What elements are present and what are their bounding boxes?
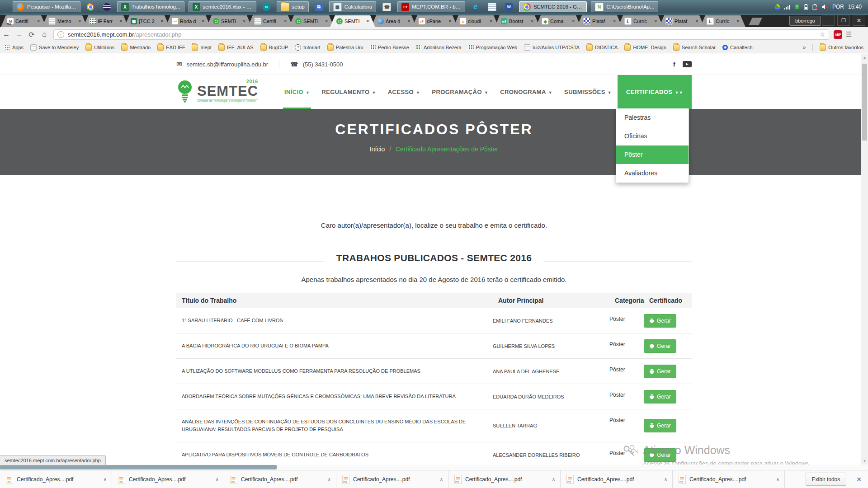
browser-tab[interactable]: cloudl (453, 15, 499, 27)
volume-muted-icon[interactable] (822, 4, 828, 9)
close-tab-icon[interactable] (37, 19, 40, 23)
dropdown-item[interactable]: Palestras (616, 108, 689, 127)
close-tab-icon[interactable] (654, 19, 657, 23)
breadcrumb-home[interactable]: Início (370, 145, 385, 153)
bookmark-item[interactable]: mept (192, 44, 211, 51)
power-icon[interactable] (794, 4, 800, 9)
browser-tab[interactable]: cPane (412, 15, 458, 27)
clock[interactable]: 15:40 (848, 4, 862, 10)
browser-tab[interactable]: Curríc (700, 15, 745, 27)
chevron-up-icon[interactable] (440, 477, 443, 482)
close-tab-icon[interactable] (571, 19, 575, 23)
close-tab-icon[interactable] (613, 19, 616, 23)
bookmark-item[interactable]: Adorilson Bezera (416, 45, 462, 50)
gerar-button[interactable]: Gerar (644, 314, 676, 328)
close-tab-icon[interactable] (201, 19, 205, 23)
vertical-scrollbar-thumb[interactable] (862, 64, 867, 141)
battery-icon[interactable] (804, 4, 808, 10)
close-tab-icon[interactable] (448, 19, 452, 23)
browser-tab[interactable]: Bootst (495, 15, 540, 27)
chevron-up-icon[interactable] (216, 477, 219, 482)
chevron-up-icon[interactable] (664, 477, 667, 482)
download-item[interactable]: Certificado_Apres....pdf (224, 470, 336, 488)
download-item[interactable]: Certificado_Apres....pdf (673, 470, 785, 488)
close-tab-icon[interactable] (366, 19, 369, 23)
dropdown-item[interactable]: Oficinas (616, 127, 689, 145)
horizontal-scrollbar[interactable] (0, 465, 868, 470)
taskbar-button[interactable]: Trabalhos homolog... (117, 1, 184, 12)
other-bookmarks[interactable]: Outros favoritos (820, 44, 863, 51)
taskbar-button[interactable] (260, 1, 273, 12)
bookmark-star-icon[interactable] (819, 31, 825, 38)
bookmark-item[interactable]: EAD IFF (157, 44, 185, 51)
taskbar-button[interactable]: Calculadora (329, 1, 376, 12)
browser-tab[interactable]: SEMTI (289, 15, 334, 27)
close-tab-icon[interactable] (160, 19, 164, 23)
close-tab-icon[interactable] (119, 19, 123, 23)
download-item[interactable]: Certificado_Apres....pdf (448, 470, 561, 488)
bookmark-item[interactable]: tutoriart (295, 44, 320, 51)
bookmarks-overflow-icon[interactable] (802, 44, 806, 51)
browser-tab[interactable]: Coma (536, 15, 581, 27)
youtube-icon[interactable] (683, 61, 692, 67)
browser-tab[interactable]: 70+ Certifi (1, 15, 46, 27)
chevron-up-icon[interactable] (328, 477, 331, 482)
gdrive-icon[interactable] (774, 4, 780, 9)
gerar-button[interactable]: Gerar (644, 419, 676, 432)
gerar-button[interactable]: Gerar (644, 390, 676, 404)
download-item[interactable]: Certificado_Apres....pdf (112, 470, 224, 488)
facebook-icon[interactable] (673, 61, 675, 68)
battery-error-icon[interactable] (812, 4, 818, 10)
minimize-icon[interactable] (822, 15, 835, 26)
bookmark-item[interactable]: Pedro Baesse (370, 45, 409, 50)
bookmark-item[interactable]: Programação Web (468, 45, 518, 50)
close-tab-icon[interactable] (407, 19, 410, 23)
close-tab-icon[interactable] (283, 19, 287, 23)
browser-tab[interactable]: Roda d (165, 15, 211, 27)
profile-name[interactable]: bborrego (789, 16, 821, 26)
address-bar[interactable]: semtec2016.mept.com.br /apresentador.php (53, 29, 829, 40)
browser-tab[interactable]: SEMTI (207, 15, 252, 27)
browser-tab[interactable]: Plataf (659, 15, 704, 27)
semtec-logo[interactable]: 2016 SEMTEC Semana da Tecnologia, Educaç… (176, 80, 258, 105)
taskbar-button[interactable]: semtec2016.xlsx - Ex... (189, 1, 256, 12)
menu-item[interactable]: SUBMISSÕES (558, 75, 618, 109)
taskbar-button[interactable] (380, 1, 393, 12)
language-indicator[interactable]: POR (832, 4, 844, 10)
browser-tab[interactable]: IF Farr (83, 15, 128, 27)
browser-tab[interactable]: Área d (371, 15, 416, 27)
contact-email[interactable]: semtec.sb@iffarroupilha.edu.br (187, 61, 269, 68)
download-item[interactable]: Certificado_Apres....pdf (561, 470, 673, 488)
bookmark-item[interactable]: IFF_AULAS (218, 44, 254, 51)
reload-icon[interactable] (25, 29, 38, 40)
bookmark-item[interactable]: Utilitários (85, 44, 114, 51)
bookmark-item[interactable]: luiz/Aulas UTP/CSTA (524, 44, 580, 51)
home-icon[interactable] (38, 29, 51, 40)
menu-item[interactable]: PROGRAMAÇÃO (426, 75, 494, 109)
dropdown-item[interactable]: Avaliadores (616, 164, 689, 183)
scroll-up-icon[interactable] (861, 54, 868, 61)
taskbar-button[interactable] (469, 1, 481, 12)
taskbar-button[interactable]: SEMTEC 2016 - Goo... (519, 1, 587, 12)
network-signal-icon[interactable] (784, 5, 790, 9)
gerar-button[interactable]: Gerar (644, 365, 676, 378)
bookmark-item[interactable]: Canaltech (722, 45, 753, 50)
menu-item[interactable]: CRONOGRAMA (494, 75, 558, 109)
vertical-scrollbar[interactable] (861, 54, 868, 465)
browser-tab[interactable]: Curríc (618, 15, 663, 27)
taskbar-button[interactable] (313, 1, 325, 12)
close-downloads-bar-icon[interactable] (856, 476, 862, 483)
taskbar-button[interactable] (85, 1, 97, 12)
taskbar-button[interactable] (486, 1, 499, 12)
taskbar-button[interactable]: Pesquisar - Mozilla ... (13, 1, 80, 12)
restore-icon[interactable] (837, 15, 850, 26)
chrome-menu-icon[interactable] (846, 30, 852, 38)
bookmark-item[interactable]: Apps (5, 45, 24, 50)
dropdown-item[interactable]: Pôster (616, 145, 689, 164)
forward-icon[interactable] (13, 29, 25, 40)
chevron-up-icon[interactable] (104, 477, 107, 482)
bookmark-item[interactable]: Save to Mendeley (30, 44, 79, 51)
bookmark-item[interactable]: Palestra Uru (327, 44, 363, 51)
gerar-button[interactable]: Gerar (644, 339, 676, 353)
download-item[interactable]: Certificado_Apres....pdf (336, 470, 448, 488)
